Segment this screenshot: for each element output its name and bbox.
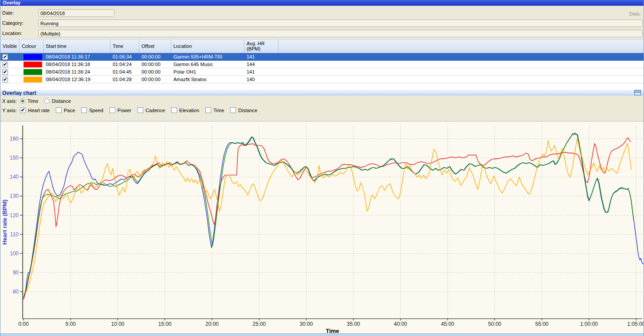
colour-swatch[interactable]: [24, 54, 42, 60]
column-header-location[interactable]: Location: [171, 39, 244, 53]
table-row[interactable]: ✔08/04/2018 11:36:1701:06:3400:00:00Garm…: [0, 53, 644, 61]
checkbox-icon[interactable]: [81, 107, 87, 113]
time-cell: 01:04:45: [110, 69, 139, 74]
category-label: Category:: [2, 20, 24, 26]
option-label: Time: [27, 98, 38, 104]
column-header-visible[interactable]: Visible: [0, 39, 20, 53]
y-tick-label: 160: [10, 136, 19, 142]
overlay-chart-plot: 80901001101201301401501600:005:0010:0015…: [0, 121, 644, 334]
window-title: Overlay: [3, 0, 20, 5]
location-cell: Garmin 935+HRM-TRI: [171, 54, 244, 59]
colour-cell: [20, 62, 43, 67]
y-axis-option-heart-rate[interactable]: ✔Heart rate: [20, 107, 50, 113]
location-label: Location:: [2, 31, 22, 36]
x-tick-label: 40:00: [394, 321, 407, 327]
category-field[interactable]: Running: [38, 20, 643, 27]
radio-icon[interactable]: [20, 98, 25, 104]
y-axis-label: Y axis:: [2, 108, 20, 113]
y-axis-title: Heart rate (BPM): [1, 199, 8, 245]
table-header-row: VisibleColourStart timeTimeOffsetLocatio…: [0, 39, 644, 53]
y-tick-label: 150: [10, 155, 19, 161]
y-axis-option-cadence[interactable]: Cadence: [137, 107, 165, 113]
y-axis-option-distance[interactable]: Distance: [230, 107, 257, 113]
radio-icon[interactable]: [44, 98, 50, 104]
colour-swatch[interactable]: [24, 69, 42, 75]
column-header-colour[interactable]: Colour: [20, 39, 43, 53]
y-axis-option-time[interactable]: Time: [205, 107, 224, 113]
checkbox-icon[interactable]: [137, 107, 143, 113]
window-titlebar: Overlay: [0, 0, 644, 6]
option-label: Heart rate: [28, 108, 50, 113]
x-axis-option-time[interactable]: Time: [20, 98, 38, 104]
y-axis-option-power[interactable]: Power: [110, 107, 131, 113]
time-cell: 01:04:28: [110, 77, 139, 82]
column-header-start[interactable]: Start time: [43, 39, 110, 53]
x-tick-label: 10:00: [111, 321, 124, 327]
column-header-time[interactable]: Time: [110, 39, 139, 53]
x-tick-label: 50:00: [488, 321, 501, 327]
visible-cell: ✔: [0, 77, 20, 82]
y-axis-option-elevation[interactable]: Elevation: [171, 107, 199, 113]
avg-hr-cell: 141: [244, 69, 279, 74]
option-label: Elevation: [179, 108, 199, 113]
x-axis-option-distance[interactable]: Distance: [44, 98, 71, 104]
panel-layout-icon[interactable]: [634, 90, 641, 95]
checkbox-icon[interactable]: [171, 107, 177, 113]
y-axis-option-speed[interactable]: Speed: [81, 107, 103, 113]
x-tick-label: 45:00: [441, 321, 454, 327]
start-time-cell: 08/04/2018 12:36:19: [43, 77, 110, 82]
colour-swatch[interactable]: [24, 77, 42, 82]
offset-cell: 00:00:00: [139, 62, 171, 67]
option-label: Distance: [52, 98, 71, 104]
column-header-filler: [279, 39, 644, 53]
column-header-avg[interactable]: Avg. HR (BPM): [244, 39, 279, 53]
offset-cell: 00:00:00: [139, 54, 171, 59]
date-field[interactable]: 08/04/2018: [38, 9, 114, 17]
colour-cell: [20, 69, 43, 75]
y-tick-label: 100: [10, 250, 19, 257]
checkbox-icon[interactable]: ✔: [20, 107, 26, 113]
avg-hr-cell: 140: [244, 77, 279, 82]
overlay-chart-panel: 80901001101201301401501600:005:0010:0015…: [0, 121, 644, 333]
x-tick-label: 5:00: [66, 321, 76, 327]
checkbox-icon[interactable]: [205, 107, 211, 113]
visible-checkbox[interactable]: ✔: [2, 54, 8, 60]
series-line-garmin-645-music: [24, 138, 631, 300]
series-line-amazfit-stratos: [24, 139, 631, 293]
y-tick-label: 90: [13, 270, 19, 276]
table-row[interactable]: ✔08/04/2018 12:36:1901:04:2800:00:00Amaz…: [0, 76, 644, 83]
overlay-window: Overlay Date: 08/04/2018 Category: Runni…: [0, 0, 644, 336]
y-tick-label: 110: [10, 231, 19, 238]
visible-checkbox[interactable]: ✔: [2, 69, 8, 75]
checkbox-icon[interactable]: [110, 107, 115, 113]
location-field[interactable]: (Multiple): [38, 30, 643, 37]
table-row[interactable]: ✔08/04/2018 11:36:1801:04:2400:00:00Garm…: [0, 61, 644, 68]
y-tick-label: 80: [13, 289, 19, 295]
start-time-cell: 08/04/2018 11:36:24: [43, 69, 110, 74]
date-label: Date:: [2, 10, 14, 16]
column-header-offset[interactable]: Offset: [139, 39, 171, 53]
checkbox-icon[interactable]: [230, 107, 236, 113]
offset-cell: 00:00:00: [139, 77, 171, 82]
location-cell: Polar OH1: [171, 69, 244, 74]
x-tick-label: 20:00: [205, 321, 219, 327]
x-tick-label: 1:00:00: [580, 321, 598, 327]
time-cell: 01:06:34: [110, 54, 139, 59]
table-row[interactable]: ✔08/04/2018 11:36:2401:04:4500:00:00Pola…: [0, 68, 644, 76]
option-label: Speed: [89, 108, 103, 113]
option-label: Cadence: [145, 108, 165, 113]
checkbox-icon[interactable]: [56, 107, 62, 113]
colour-swatch[interactable]: [24, 62, 42, 67]
visible-checkbox[interactable]: ✔: [2, 62, 8, 67]
series-line-garmin-935-hrm-tri: [24, 134, 643, 299]
y-axis-option-pace[interactable]: Pace: [56, 107, 75, 113]
location-cell: Amazfit Stratos: [171, 77, 244, 82]
visible-checkbox[interactable]: ✔: [2, 77, 8, 82]
x-tick-label: 1:05:00: [627, 321, 644, 327]
x-tick-label: 25:00: [252, 321, 266, 327]
data-label: Data:: [629, 11, 641, 16]
overlay-chart-title: Overlay chart: [2, 90, 36, 96]
option-label: Distance: [238, 108, 257, 113]
x-tick-label: 30:00: [299, 321, 313, 327]
avg-hr-cell: 141: [244, 54, 279, 59]
